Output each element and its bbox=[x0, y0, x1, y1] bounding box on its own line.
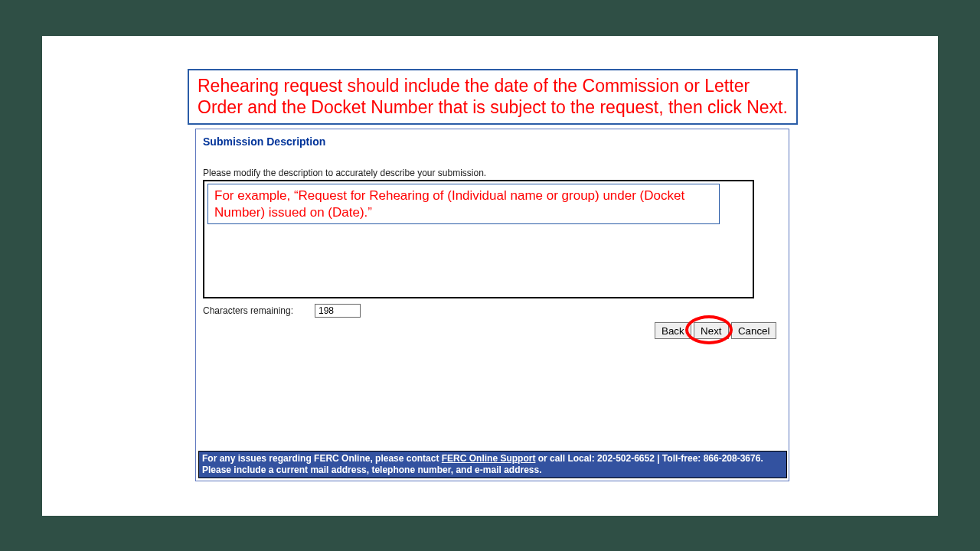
example-text-overlay: For example, “Request for Rehearing of (… bbox=[207, 184, 720, 224]
cancel-button[interactable]: Cancel bbox=[731, 322, 777, 339]
instruction-callout: Rehearing request should include the dat… bbox=[188, 69, 798, 125]
support-link[interactable]: FERC Online Support bbox=[442, 453, 536, 464]
submission-form-panel: Submission Description Please modify the… bbox=[195, 129, 789, 481]
support-banner: For any issues regarding FERC Online, pl… bbox=[198, 451, 787, 478]
support-text-prefix: For any issues regarding FERC Online, pl… bbox=[202, 453, 442, 464]
back-button[interactable]: Back bbox=[655, 322, 691, 339]
characters-remaining-value: 198 bbox=[318, 305, 334, 316]
next-button[interactable]: Next bbox=[694, 322, 728, 339]
characters-remaining-field: 198 bbox=[315, 304, 361, 318]
characters-remaining-label: Characters remaining: bbox=[203, 305, 293, 316]
instruction-callout-text: Rehearing request should include the dat… bbox=[198, 76, 788, 117]
example-text: For example, “Request for Rehearing of (… bbox=[214, 188, 684, 220]
panel-title: Submission Description bbox=[203, 135, 325, 148]
description-instruction: Please modify the description to accurat… bbox=[203, 168, 486, 178]
button-row: Back Next Cancel bbox=[655, 322, 776, 339]
